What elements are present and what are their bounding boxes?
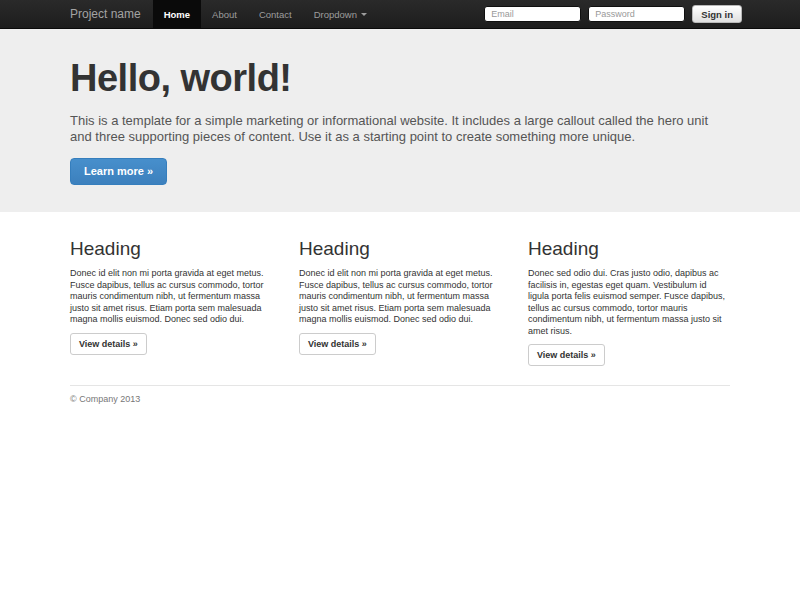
view-details-button-3[interactable]: View details » <box>528 344 605 366</box>
column-1: Heading Donec id elit non mi porta gravi… <box>70 238 272 366</box>
footer-divider <box>70 385 730 386</box>
view-details-button-2[interactable]: View details » <box>299 333 376 355</box>
nav-item-home[interactable]: Home <box>153 0 201 28</box>
navbar-nav: Home About Contact Dropdown <box>153 0 378 28</box>
column-3: Heading Donec sed odio dui. Cras justo o… <box>528 238 730 366</box>
nav-item-dropdown[interactable]: Dropdown <box>303 0 378 28</box>
caret-down-icon <box>361 13 367 16</box>
view-details-button-1[interactable]: View details » <box>70 333 147 355</box>
content-columns: Heading Donec id elit non mi porta gravi… <box>0 212 800 366</box>
navbar: Project name Home About Contact Dropdown… <box>0 0 800 29</box>
column-heading: Heading <box>528 238 730 260</box>
copyright-text: © Company 2013 <box>70 394 730 404</box>
email-field[interactable] <box>484 6 581 22</box>
nav-item-dropdown-label: Dropdown <box>314 9 357 20</box>
footer: © Company 2013 <box>0 385 800 404</box>
navbar-brand[interactable]: Project name <box>70 0 141 28</box>
column-heading: Heading <box>299 238 501 260</box>
column-heading: Heading <box>70 238 272 260</box>
hero-unit: Hello, world! This is a template for a s… <box>0 29 800 212</box>
nav-item-contact[interactable]: Contact <box>248 0 303 28</box>
learn-more-button[interactable]: Learn more » <box>70 158 167 185</box>
signin-form: Sign in <box>484 0 742 28</box>
hero-title: Hello, world! <box>70 57 730 100</box>
column-2: Heading Donec id elit non mi porta gravi… <box>299 238 501 366</box>
nav-item-about[interactable]: About <box>201 0 248 28</box>
column-text: Donec id elit non mi porta gravida at eg… <box>70 268 272 326</box>
sign-in-button[interactable]: Sign in <box>692 5 742 23</box>
hero-text: This is a template for a simple marketin… <box>70 113 730 145</box>
column-text: Donec sed odio dui. Cras justo odio, dap… <box>528 268 730 337</box>
password-field[interactable] <box>588 6 685 22</box>
column-text: Donec id elit non mi porta gravida at eg… <box>299 268 501 326</box>
